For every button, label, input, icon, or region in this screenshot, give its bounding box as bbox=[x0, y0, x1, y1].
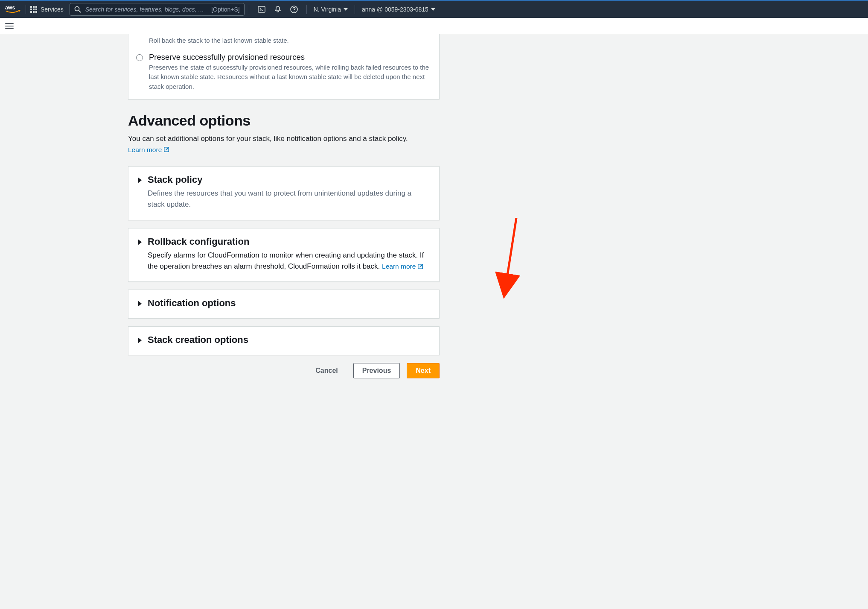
cancel-button[interactable]: Cancel bbox=[307, 363, 346, 378]
stack-creation-options-title: Stack creation options bbox=[148, 334, 248, 345]
separator bbox=[26, 5, 26, 14]
svg-point-6 bbox=[294, 11, 294, 12]
account-menu[interactable]: anna @ 0059-2303-6815 bbox=[359, 6, 438, 13]
stack-policy-title: Stack policy bbox=[148, 174, 202, 185]
services-menu[interactable]: Services bbox=[30, 6, 64, 13]
previous-button[interactable]: Previous bbox=[353, 363, 400, 378]
search-placeholder: Search for services, features, blogs, do… bbox=[85, 6, 207, 13]
help-button[interactable] bbox=[288, 3, 300, 16]
stack-failure-card: Roll back the stack to the last known st… bbox=[128, 34, 440, 100]
help-icon bbox=[290, 5, 298, 14]
rollback-desc: Roll back the stack to the last known st… bbox=[149, 36, 431, 46]
rollback-option-row: Roll back the stack to the last known st… bbox=[136, 34, 431, 46]
preserve-desc: Preserves the state of successfully prov… bbox=[149, 63, 431, 92]
top-nav: aws Services Search for services, featur… bbox=[0, 0, 868, 18]
region-selector[interactable]: N. Virginia bbox=[311, 6, 350, 13]
sub-nav bbox=[0, 18, 868, 34]
chevron-right-icon bbox=[138, 301, 142, 307]
stack-creation-options-panel: Stack creation options bbox=[128, 326, 440, 355]
svg-line-9 bbox=[506, 218, 516, 286]
rollback-config-title: Rollback configuration bbox=[148, 236, 249, 247]
region-label: N. Virginia bbox=[314, 6, 341, 13]
account-label: anna @ 0059-2303-6815 bbox=[362, 6, 428, 13]
advanced-learn-more-link[interactable]: Learn more bbox=[128, 145, 169, 155]
chevron-right-icon bbox=[138, 337, 142, 343]
search-kbd: [Option+S] bbox=[211, 6, 240, 13]
external-link-icon bbox=[163, 146, 169, 152]
services-label: Services bbox=[41, 6, 64, 13]
svg-line-2 bbox=[79, 11, 81, 13]
caret-down-icon bbox=[431, 8, 435, 11]
wizard-footer: Cancel Previous Next bbox=[128, 363, 440, 378]
svg-point-1 bbox=[75, 7, 79, 11]
grid-icon bbox=[30, 6, 37, 13]
rollback-config-toggle[interactable]: Rollback configuration bbox=[138, 236, 430, 247]
advanced-options-desc: You can set additional options for your … bbox=[128, 133, 440, 155]
advanced-options-heading: Advanced options bbox=[128, 112, 440, 129]
chevron-right-icon bbox=[138, 239, 142, 245]
rollback-learn-more-link[interactable]: Learn more bbox=[382, 261, 423, 272]
page-content: Roll back the stack to the last known st… bbox=[17, 34, 440, 391]
external-link-icon bbox=[417, 264, 423, 269]
notification-options-title: Notification options bbox=[148, 298, 236, 309]
cloudshell-button[interactable] bbox=[255, 3, 268, 16]
cloudshell-icon bbox=[257, 5, 266, 14]
search-box[interactable]: Search for services, features, blogs, do… bbox=[70, 3, 245, 16]
red-arrow-annotation bbox=[491, 218, 533, 325]
rollback-config-panel: Rollback configuration Specify alarms fo… bbox=[128, 228, 440, 282]
rollback-config-desc: Specify alarms for CloudFormation to mon… bbox=[148, 250, 430, 272]
search-icon bbox=[74, 6, 81, 13]
hamburger-menu[interactable] bbox=[5, 23, 14, 29]
notifications-button[interactable] bbox=[271, 3, 284, 16]
notification-options-panel: Notification options bbox=[128, 290, 440, 319]
chevron-right-icon bbox=[138, 177, 142, 183]
aws-logo[interactable]: aws bbox=[5, 4, 21, 15]
next-button[interactable]: Next bbox=[407, 363, 440, 378]
stack-policy-desc: Defines the resources that you want to p… bbox=[148, 188, 430, 211]
caret-down-icon bbox=[344, 8, 348, 11]
radio-preserve[interactable] bbox=[136, 54, 143, 61]
preserve-title: Preserve successfully provisioned resour… bbox=[149, 53, 431, 62]
separator bbox=[249, 5, 249, 14]
notification-options-toggle[interactable]: Notification options bbox=[138, 298, 430, 309]
svg-text:aws: aws bbox=[5, 5, 15, 11]
separator bbox=[355, 5, 355, 14]
separator bbox=[306, 5, 307, 14]
bell-icon bbox=[274, 5, 282, 14]
preserve-option-row[interactable]: Preserve successfully provisioned resour… bbox=[136, 51, 431, 92]
stack-policy-toggle[interactable]: Stack policy bbox=[138, 174, 430, 185]
stack-creation-options-toggle[interactable]: Stack creation options bbox=[138, 334, 430, 345]
stack-policy-panel: Stack policy Defines the resources that … bbox=[128, 166, 440, 220]
